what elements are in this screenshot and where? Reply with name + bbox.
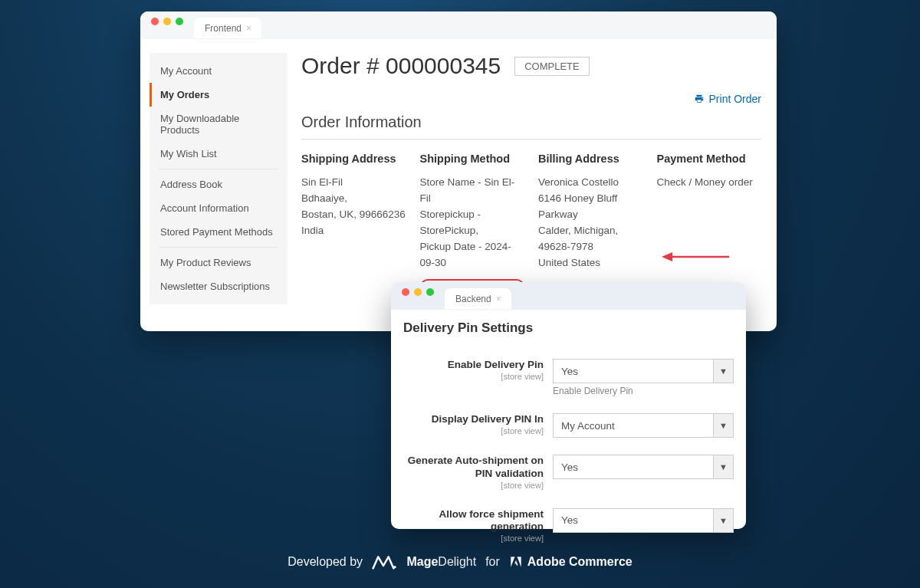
- order-header: Order # 000000345 COMPLETE: [301, 53, 761, 79]
- payment-method-heading: Payment Method: [657, 150, 762, 167]
- field-label: Display Delivery PIN In: [432, 413, 544, 425]
- field-label: Generate Auto-shipment on PIN validation: [408, 455, 544, 479]
- window-minimize-icon[interactable]: [163, 18, 171, 25]
- section-divider: [301, 139, 761, 140]
- window-zoom-icon[interactable]: [426, 288, 434, 296]
- field-scope: [store view]: [403, 426, 544, 437]
- chevron-down-icon: ▼: [713, 509, 733, 532]
- close-icon[interactable]: ×: [496, 294, 505, 304]
- chevron-down-icon: ▼: [713, 414, 733, 437]
- select-value: Yes: [554, 509, 713, 532]
- svg-point-2: [393, 566, 396, 568]
- backend-window: Backend × Delivery Pin Settings Enable D…: [391, 282, 746, 529]
- backend-titlebar: Backend ×: [391, 282, 746, 310]
- tab-label: Frontend: [205, 23, 242, 34]
- field-helper: Enable Delivery Pin: [553, 386, 734, 396]
- backend-body: Delivery Pin Settings Enable Delivery Pi…: [391, 310, 746, 563]
- window-minimize-icon[interactable]: [414, 288, 422, 296]
- browser-tab-frontend[interactable]: Frontend ×: [194, 18, 261, 39]
- payment-line: Check / Money order: [657, 175, 762, 191]
- select-value: My Account: [554, 414, 713, 437]
- sidebar-separator: [159, 169, 278, 169]
- sidebar-item-account-info[interactable]: Account Information: [150, 196, 288, 220]
- window-zoom-icon[interactable]: [176, 18, 183, 25]
- field-force-shipment: Allow force shipment generation [store v…: [403, 508, 734, 545]
- page-title: Order # 000000345: [301, 53, 501, 79]
- field-label: Enable Delivery Pin: [448, 359, 544, 370]
- address-line: India: [301, 223, 406, 239]
- select-value: Yes: [554, 455, 713, 478]
- billing-address-heading: Billing Address: [538, 150, 643, 167]
- footer-developed-by: Developed by: [288, 555, 363, 569]
- address-line: Bostan, UK, 99666236: [301, 207, 406, 223]
- print-label: Print Order: [709, 93, 761, 105]
- print-icon: [694, 94, 705, 104]
- field-scope: [store view]: [403, 372, 544, 383]
- sidebar-item-my-account[interactable]: My Account: [150, 59, 288, 83]
- select-auto-shipment[interactable]: Yes ▼: [553, 455, 734, 479]
- field-scope: [store view]: [403, 481, 544, 491]
- window-close-icon[interactable]: [151, 18, 159, 25]
- address-line: Calder, Michigan, 49628-7978: [538, 223, 643, 255]
- sidebar-item-payment-methods[interactable]: Stored Payment Methods: [150, 220, 288, 244]
- chevron-down-icon: ▼: [713, 360, 733, 383]
- field-auto-shipment: Generate Auto-shipment on PIN validation…: [403, 455, 734, 491]
- sidebar-item-my-orders[interactable]: My Orders: [150, 83, 288, 107]
- tab-label: Backend: [455, 294, 491, 304]
- method-line: Storepickup - StorePickup,: [420, 207, 525, 239]
- chevron-down-icon: ▼: [713, 455, 733, 478]
- field-enable-delivery-pin: Enable Delivery Pin [store view] Yes ▼ E…: [403, 359, 734, 396]
- method-line: Store Name - Sin El-Fil: [420, 175, 525, 207]
- traffic-lights: [151, 11, 183, 39]
- close-icon[interactable]: ×: [246, 24, 255, 33]
- shipping-method-heading: Shipping Method: [420, 150, 525, 167]
- field-label: Allow force shipment generation: [439, 508, 544, 533]
- status-badge: COMPLETE: [514, 57, 590, 76]
- field-display-pin-in: Display Delivery PIN In [store view] My …: [403, 413, 734, 438]
- address-line: 6146 Honey Bluff Parkway: [538, 191, 643, 223]
- sidebar-separator: [159, 247, 278, 248]
- sidebar-item-wishlist[interactable]: My Wish List: [150, 142, 288, 166]
- shipping-address-heading: Shipping Address: [301, 150, 406, 167]
- select-value: Yes: [554, 360, 713, 383]
- account-sidebar: My Account My Orders My Downloadable Pro…: [150, 53, 288, 304]
- print-order-link[interactable]: Print Order: [694, 93, 761, 105]
- sidebar-item-downloadable[interactable]: My Downloadable Products: [150, 107, 288, 142]
- address-line: Sin El-Fil: [301, 175, 406, 191]
- section-title: Order Information: [301, 113, 761, 131]
- select-force-shipment[interactable]: Yes ▼: [553, 508, 734, 533]
- select-enable-delivery-pin[interactable]: Yes ▼: [553, 359, 734, 383]
- address-line: Bdhaaiye,: [301, 191, 406, 207]
- panel-title: Delivery Pin Settings: [403, 320, 734, 336]
- select-display-pin-in[interactable]: My Account ▼: [553, 413, 734, 438]
- window-close-icon[interactable]: [402, 288, 409, 296]
- traffic-lights: [402, 282, 434, 310]
- browser-tab-backend[interactable]: Backend ×: [445, 288, 511, 310]
- sidebar-item-reviews[interactable]: My Product Reviews: [150, 251, 288, 274]
- address-line: United States: [538, 255, 643, 271]
- sidebar-item-address-book[interactable]: Address Book: [150, 172, 288, 196]
- frontend-titlebar: Frontend ×: [140, 11, 777, 39]
- sidebar-item-newsletter[interactable]: Newsletter Subscriptions: [150, 274, 288, 298]
- field-scope: [store view]: [403, 534, 544, 544]
- address-line: Veronica Costello: [538, 175, 643, 191]
- method-line: Pickup Date - 2024-09-30: [420, 239, 525, 271]
